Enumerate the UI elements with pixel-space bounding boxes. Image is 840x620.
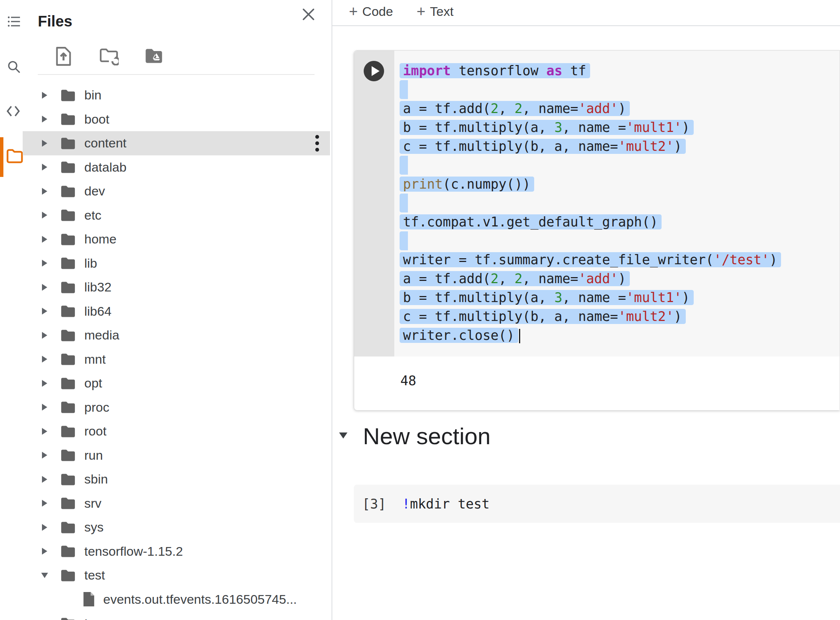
shell-command: mkdir test (410, 496, 490, 512)
tree-item-label: mnt (84, 352, 106, 367)
tree-item-label: proc (84, 400, 109, 415)
cell-output-area: 48 (354, 356, 840, 410)
close-panel-button[interactable] (301, 7, 316, 22)
code-line: writer = tf.summary.create_file_writer('… (394, 250, 840, 269)
chevron-right-icon[interactable] (39, 92, 50, 99)
folder-icon (60, 352, 76, 366)
chevron-right-icon[interactable] (39, 332, 50, 339)
add-code-cell-button[interactable]: + Code (349, 3, 393, 20)
tree-item-label: run (84, 448, 103, 463)
chevron-shape (42, 92, 47, 99)
section-title[interactable]: New section (363, 423, 491, 450)
tree-item-boot[interactable]: boot (0, 107, 332, 132)
shell-cell-text: [3] !mkdir test (354, 496, 490, 512)
section-collapse-icon[interactable] (339, 432, 347, 439)
tree-item-home[interactable]: home (0, 227, 332, 251)
tree-item-content[interactable]: content (0, 131, 332, 155)
upload-file-button[interactable] (54, 46, 73, 66)
tree-item-lib[interactable]: lib (0, 251, 332, 276)
tree-item-datalab[interactable]: datalab (0, 155, 332, 180)
code-line: import tensorflow as tf (394, 61, 840, 80)
tree-item-label: opt (84, 376, 102, 391)
chevron-shape (42, 380, 47, 387)
chevron-right-icon[interactable] (39, 260, 50, 267)
tree-item-etc[interactable]: etc (0, 203, 332, 228)
selected-code-text: print(c.numpy()) (400, 177, 534, 192)
chevron-right-icon[interactable] (39, 524, 50, 531)
tree-item-label: events.out.tfevents.1616505745... (103, 592, 297, 607)
chevron-right-icon[interactable] (39, 548, 50, 555)
search-icon[interactable] (6, 59, 22, 74)
chevron-right-icon[interactable] (39, 236, 50, 243)
mount-drive-button[interactable] (144, 46, 163, 66)
tree-item-events.out.tfevents.1616505745...[interactable]: events.out.tfevents.1616505745... (0, 587, 332, 612)
gap (386, 496, 402, 512)
shell-cell[interactable]: [3] !mkdir test (354, 485, 840, 523)
chevron-shape (42, 260, 47, 267)
chevron-right-icon[interactable] (39, 284, 50, 291)
kebab-menu-icon[interactable] (313, 133, 321, 154)
code-line: tf.compat.v1.get_default_graph() (394, 212, 840, 231)
tree-item-label: lib (84, 256, 97, 271)
code-editor[interactable]: import tensorflow as tfa = tf.add(2, 2, … (394, 51, 840, 356)
selected-code-text: writer.close() (400, 328, 518, 343)
chevron-right-icon[interactable] (39, 404, 50, 411)
selection-stub (400, 156, 408, 175)
tree-item-proc[interactable]: proc (0, 395, 332, 420)
table-of-contents-icon[interactable] (7, 14, 21, 29)
chevron-right-icon[interactable] (39, 308, 50, 315)
tree-item-tmp[interactable]: tmp (0, 611, 332, 620)
chevron-right-icon[interactable] (39, 116, 50, 122)
add-text-cell-button[interactable]: + Text (417, 3, 454, 20)
chevron-right-icon[interactable] (39, 380, 50, 387)
tree-item-sys[interactable]: sys (0, 515, 332, 539)
refresh-folder-button[interactable] (99, 46, 118, 66)
panel-divider (38, 74, 315, 75)
tree-item-dev[interactable]: dev (0, 179, 332, 203)
tree-item-srv[interactable]: srv (0, 491, 332, 516)
chevron-shape (42, 212, 47, 219)
tree-item-opt[interactable]: opt (0, 371, 332, 395)
chevron-right-icon[interactable] (39, 188, 50, 195)
tree-item-label: srv (84, 496, 101, 511)
chevron-shape (42, 116, 47, 122)
tree-item-label: dev (84, 184, 105, 198)
tree-item-tensorflow-1.15.2[interactable]: tensorflow-1.15.2 (0, 539, 332, 564)
tree-item-test[interactable]: test (0, 563, 332, 587)
tree-item-label: home (84, 232, 116, 246)
code-line: c = tf.multiply(b, a, name='mult2') (394, 137, 840, 156)
cell-output-text: 48 (354, 356, 840, 388)
chevron-right-icon[interactable] (39, 428, 50, 435)
tree-item-mnt[interactable]: mnt (0, 347, 332, 372)
chevron-right-icon[interactable] (39, 500, 50, 507)
folder-icon (60, 616, 76, 620)
tree-item-sbin[interactable]: sbin (0, 467, 332, 491)
chevron-right-icon[interactable] (39, 356, 50, 363)
code-line (394, 80, 840, 99)
chevron-down-icon[interactable] (39, 573, 50, 578)
tree-item-bin[interactable]: bin (0, 83, 332, 107)
tree-item-label: etc (84, 208, 101, 223)
tree-item-root[interactable]: root (0, 419, 332, 443)
chevron-right-icon[interactable] (39, 164, 50, 170)
chevron-shape (42, 548, 47, 555)
run-cell-button[interactable] (364, 61, 384, 81)
tree-item-run[interactable]: run (0, 443, 332, 468)
tree-item-lib64[interactable]: lib64 (0, 299, 332, 324)
folder-icon (60, 208, 76, 222)
chevron-right-icon[interactable] (39, 212, 50, 219)
folder-icon (60, 328, 76, 343)
folder-icon (60, 88, 76, 102)
folder-icon (60, 232, 76, 246)
tree-item-lib32[interactable]: lib32 (0, 275, 332, 299)
tree-item-media[interactable]: media (0, 323, 332, 347)
chevron-right-icon[interactable] (39, 452, 50, 459)
code-line: a = tf.add(2, 2, name='add') (394, 269, 840, 288)
chevron-right-icon[interactable] (39, 476, 50, 483)
selected-code-text: a = tf.add(2, 2, name='add') (400, 271, 630, 286)
chevron-shape (42, 524, 47, 531)
folder-icon (60, 424, 76, 439)
chevron-shape (42, 140, 47, 147)
chevron-right-icon[interactable] (39, 140, 50, 147)
selection-stub (400, 194, 408, 212)
